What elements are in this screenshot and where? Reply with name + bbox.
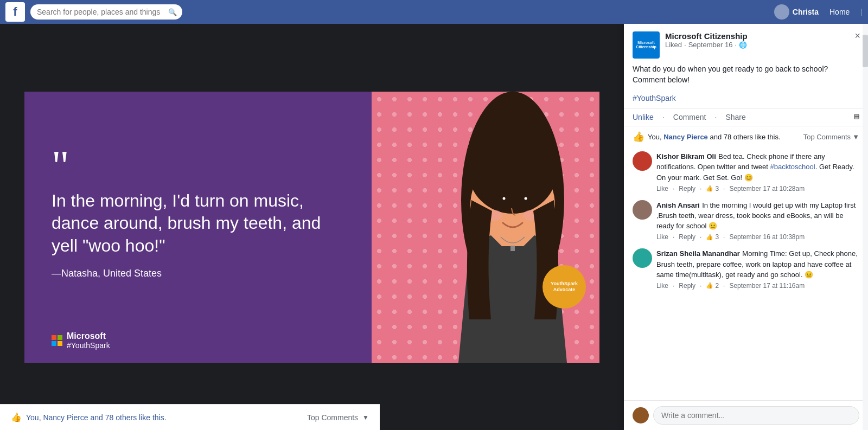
nav-divider: | [860,8,863,16]
panel-post-header: Microsoft Citizenship Microsoft Citizens… [624,24,868,64]
comment-like-btn[interactable]: Like [656,282,668,290]
close-button[interactable]: × [854,30,860,42]
panel-post-sub: Liked · September 16 · 🌐 [665,41,859,49]
filter-icon: ▤ [854,113,859,121]
comment-author[interactable]: Srizan Sheila Manandhar [656,249,740,258]
comment-author[interactable]: Kishor Bikram Oli [656,152,716,161]
likes-name-link[interactable]: Nancy Pierce [663,133,708,141]
search-input[interactable] [30,4,182,20]
comment-avatar [633,151,652,171]
nav-user[interactable]: Christa [774,4,819,20]
comment-meta: Like · Reply · 👍 3 · September 16 at 10:… [656,233,859,241]
unlike-button[interactable]: Unlike [633,113,654,121]
post-image: " In the morning, I'd turn on music, dan… [24,92,599,363]
main-area: " In the morning, I'd turn on music, dan… [0,24,868,430]
comment-input-area [624,400,868,430]
comment-thumb-icon: 👍 [706,282,713,289]
like-thumb-icon: 👍 [633,131,644,143]
comment-like-count: 3 [715,185,719,192]
comment-avatar [633,248,652,268]
svg-point-4 [496,196,507,204]
svg-point-7 [525,197,527,200]
comment-item: Kishor Bikram Oli Bed tea. Check phone i… [633,151,859,192]
comment-like-btn[interactable]: Like [656,233,668,241]
nav-home[interactable]: Home [829,8,850,16]
share-button[interactable]: Share [725,113,745,121]
comment-like-count: 2 [715,282,719,290]
likes-left: 👍 You, Nancy Pierce and 78 others like t… [633,131,781,143]
panel-hashtag[interactable]: #YouthSpark [624,91,868,108]
black-bar-top [0,24,380,94]
facebook-navbar: f 🔍 Christa Home | [0,0,868,24]
comment-button[interactable]: Comment [673,113,706,121]
badge-line1: YouthSpark [551,281,578,287]
svg-point-3 [468,127,557,214]
comment-thumb-icon: 👍 [706,185,713,192]
comment-item: Anish Ansari In the morning I would get … [633,200,859,241]
comment-thumb-icon: 👍 [706,234,713,241]
ms-brand-block: Microsoft #YouthSpark [67,331,110,350]
comment-timestamp: September 17 at 11:16am [729,282,805,290]
advocate-badge: YouthSpark Advocate [542,265,586,309]
quote-text: In the morning, I'd turn on music, dance… [52,190,344,258]
nav-username: Christa [793,8,819,16]
ms-citizenship-logo: Microsoft Citizenship [633,31,660,59]
comment-hashtag-link[interactable]: #backtoschool [770,163,815,171]
bottom-comments-caret[interactable]: ▼ [362,414,369,421]
page-name[interactable]: Microsoft Citizenship [665,31,859,41]
girl-illustration [415,92,599,363]
scrollbar-track[interactable] [863,24,868,430]
svg-rect-10 [510,246,515,251]
ms-brand-name: Microsoft [67,331,106,341]
search-icon: 🔍 [168,8,177,16]
current-user-avatar [633,407,649,423]
post-image-left: " In the morning, I'd turn on music, dan… [24,92,372,363]
panel-post-meta: Microsoft Citizenship Liked · September … [665,31,859,49]
comment-bubble: Anish Ansari In the morning I would get … [656,200,859,241]
panel-actions: Unlike · Comment · Share ▤ [624,108,868,126]
top-comments-button[interactable]: Top Comments ▼ [803,133,859,141]
svg-point-6 [503,197,506,200]
bottom-bar: 👍 You, Nancy Pierce and 78 others like t… [0,404,380,430]
comment-bubble: Srizan Sheila Manandhar Morning Time: Ge… [656,248,859,290]
post-date: September 16 [688,41,733,49]
bottom-top-comments[interactable]: Top Comments [307,413,358,422]
panel-likes-bar: 👍 You, Nancy Pierce and 78 others like t… [624,126,868,147]
search-wrapper: 🔍 [30,4,182,20]
comment-meta: Like · Reply · 👍 2 · September 17 at 11:… [656,282,859,290]
fb-logo-icon: f [5,2,25,22]
comment-item: Srizan Sheila Manandhar Morning Time: Ge… [633,248,859,290]
comment-input[interactable] [653,406,859,425]
ms-branding: Microsoft #YouthSpark [52,331,110,350]
badge-line2: Advocate [553,287,576,293]
comment-reply-btn[interactable]: Reply [679,282,695,290]
comment-timestamp: September 16 at 10:38pm [729,233,805,241]
post-image-right: YouthSpark Advocate [372,92,599,363]
top-comments-label: Top Comments [803,133,851,141]
likes-text: You, Nancy Pierce and 78 others like thi… [648,133,781,141]
comment-like-btn[interactable]: Like [656,185,668,192]
chevron-down-icon: ▼ [852,133,859,141]
comment-likes: 👍 2 [706,282,719,290]
nav-right: Christa Home | [774,4,863,20]
comment-meta: Like · Reply · 👍 3 · September 17 at 10:… [656,185,859,192]
comments-area[interactable]: Kishor Bikram Oli Bed tea. Check phone i… [624,147,868,400]
comment-reply-btn[interactable]: Reply [679,185,695,192]
comment-reply-btn[interactable]: Reply [679,233,695,241]
like-icon: 👍 [11,412,22,422]
feed-area: " In the morning, I'd turn on music, dan… [0,24,624,430]
comment-timestamp: September 17 at 10:28am [729,185,805,192]
quote-mark: " [52,153,344,179]
ms-logo-red [52,335,56,340]
ms-brand-tag: #YouthSpark [67,341,110,350]
comment-bubble: Kishor Bikram Oli Bed tea. Check phone i… [656,151,859,192]
ms-logo-grid [52,335,62,346]
side-panel: × Microsoft Citizenship Microsoft Citize… [624,24,868,430]
comment-avatar [633,200,652,220]
comment-like-count: 3 [715,233,719,241]
globe-icon: 🌐 [739,41,747,49]
scrollbar-thumb[interactable] [863,35,868,67]
nav-avatar [774,4,789,20]
comment-author[interactable]: Anish Ansari [656,201,700,209]
liked-label: Liked [665,41,682,49]
